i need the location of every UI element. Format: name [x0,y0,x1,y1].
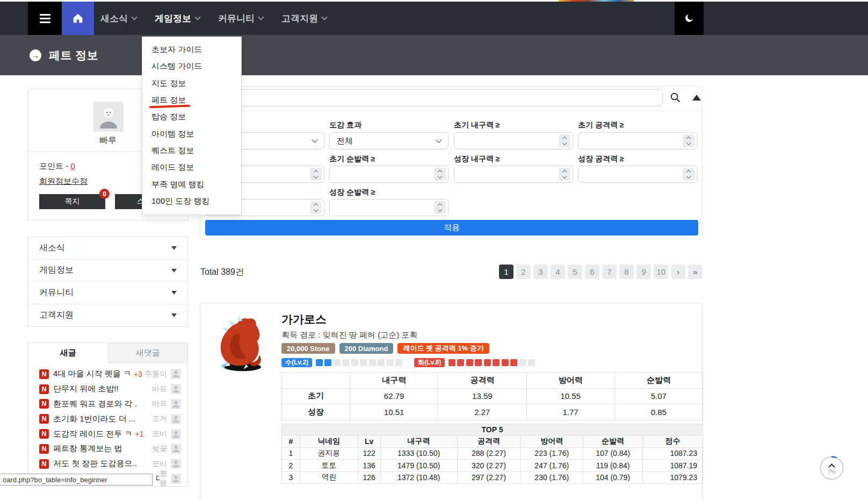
arrow-circle-icon: → [30,49,41,61]
filter-label-init-agi: 초기 순발력 ≥ [329,154,449,164]
post-list-item[interactable]: N도감작 레이드 전투 ㅋ+1포비 [28,426,187,441]
nav-item-2[interactable]: 커뮤니티 [218,12,263,25]
accordion-item-2[interactable]: 커뮤니티 [28,282,187,304]
page-button-3[interactable]: 3 [533,265,548,279]
page-button-8[interactable]: 8 [619,265,634,279]
dropdown-item-8[interactable]: 부족 명예 랭킹 [142,176,241,192]
profile-avatar [93,102,124,132]
post-list-item[interactable]: N초기화 1번이라도 더 ...조커 [28,411,187,426]
post-list-item[interactable]: N단무지 위에 초밥!!바프 [28,382,187,397]
dropdown-item-0[interactable]: 초보자 가이드 [142,41,241,58]
dropdown-item-label: 탑승 정보 [151,112,186,122]
page-button-6[interactable]: 6 [585,265,599,279]
stats-header-cell [282,373,350,389]
page-button-10[interactable]: 10 [654,265,668,279]
grow-hp-input[interactable] [454,166,573,183]
collapse-filters-icon[interactable] [692,95,701,101]
edit-member-info-link[interactable]: 회원정보수정 [39,176,88,187]
post-title: 페트창 통계보는 법 [53,444,122,454]
chevron-down-icon [258,14,264,20]
dropdown-item-7[interactable]: 레이드 정보 [142,159,241,176]
element-level-square [502,359,509,366]
number-spinner[interactable] [434,201,446,214]
top5-cell: 1372 (10.48) [380,472,457,484]
stats-header-cell: 내구력 [350,373,438,389]
top5-header-cell: 순발력 [583,435,643,448]
post-list-item[interactable]: N4대 마을 시작 펫을 ㅋ+3주둥이 [28,367,187,382]
search-input[interactable] [205,89,663,106]
chevron-down-icon [131,14,137,20]
author-avatar-icon [171,399,181,409]
page-button-1[interactable]: 1 [499,265,513,279]
number-spinner[interactable] [310,201,322,214]
tab-new-posts[interactable]: 새글 [28,343,108,363]
points-value-link[interactable]: 0 [70,161,75,170]
dark-mode-toggle[interactable] [675,2,704,35]
top5-cell: 107 (0.84) [583,447,643,460]
nav-item-1[interactable]: 게임정보 [155,12,200,25]
accordion-item-1[interactable]: 게임정보 [28,260,187,282]
top5-cell: 토토 [300,460,358,472]
dogam-effect-select[interactable]: 전체 [329,132,449,149]
chevron-down-icon [194,14,200,20]
top5-header-row: #닉네임Lv내구력공격력방어력순발력점수 [282,435,703,448]
accordion-item-label: 고객지원 [39,310,74,321]
filter-label-grow-atk: 성장 공격력 ≥ [578,154,697,164]
init-atk-input[interactable] [578,132,697,149]
post-list-item[interactable]: N페트창 통계보는 법벚꽃 [28,441,187,456]
dropdown-item-9[interactable]: 100인 도장 랭킹 [142,193,241,210]
number-spinner[interactable] [310,168,322,181]
home-button[interactable] [62,2,94,35]
avatar-placeholder-icon [93,102,124,132]
page-button-2[interactable]: 2 [516,265,531,279]
grow-atk-input[interactable] [578,166,697,183]
dropdown-item-2[interactable]: 지도 정보 [142,75,241,92]
init-hp-input[interactable] [454,132,573,149]
tab-new-comments[interactable]: 새댓글 [108,343,188,363]
pet-cost-badge-1: 200 Diamond [339,343,394,354]
grow-agi-input[interactable] [329,199,449,216]
scroll-to-top-button[interactable]: 7% [820,456,844,480]
search-icon[interactable] [670,92,681,105]
accordion-item-3[interactable]: 고객지원 [28,304,187,327]
stats-cell: 1.77 [526,404,614,420]
comment-count: +1 [135,430,144,438]
init-agi-input[interactable] [329,166,449,183]
pet-stats-table: 내구력공격력방어력순발력초기62.7913.5910.555.07성장10.51… [281,372,703,420]
page-button-9[interactable]: 9 [636,265,651,279]
dropdown-item-5[interactable]: 아이템 정보 [142,125,241,142]
number-spinner[interactable] [559,134,570,147]
number-spinner[interactable] [683,134,695,147]
nav-item-0[interactable]: 새소식 [100,12,136,25]
number-spinner[interactable] [559,168,570,181]
top5-header-cell: 방어력 [520,435,583,448]
element-level-label: 화(Lv.8) [414,358,445,367]
pet-acquisition: 획득 경로 : 잊혀진 땅 폐허 (고순) 포획 [281,330,417,340]
page-button-4[interactable]: 4 [551,265,565,279]
recent-posts-card: 새글 새댓글 N4대 마을 시작 펫을 ㅋ+3주둥이N단무지 위에 초밥!!바프… [28,342,188,487]
post-list-item[interactable]: N환포퀘 워프 경로와 각 ...바프 [28,397,187,412]
post-author: 포비 [152,429,167,439]
accordion-item-label: 커뮤니티 [39,287,74,298]
spin-down-icon [314,174,318,178]
nav-item-3[interactable]: 고객지원 [281,12,327,25]
accordion-item-0[interactable]: 새소식 [28,237,187,260]
post-author: 바프 [152,384,167,394]
top5-cell: 119 (0.84) [583,460,643,472]
apply-button[interactable]: 적용 [205,220,698,235]
post-title: 4대 마을 시작 펫을 ㅋ [53,369,131,379]
page-button-7[interactable]: 7 [602,265,617,279]
dropdown-item-4[interactable]: 탑승 정보 [142,109,241,125]
dropdown-item-1[interactable]: 시스템 가이드 [142,58,241,75]
number-spinner[interactable] [434,168,446,181]
number-spinner[interactable] [683,168,695,181]
pagination-next-button[interactable]: › [671,265,685,279]
dropdown-item-6[interactable]: 퀘스트 정보 [142,142,241,159]
dropdown-item-3[interactable]: 페트 정보 [142,92,241,109]
pagination-next-button[interactable]: » [688,265,703,279]
page-button-5[interactable]: 5 [568,265,582,279]
hamburger-menu-button[interactable] [28,2,62,35]
new-post-badge: N [39,444,49,454]
note-count-badge: 0 [99,189,110,199]
note-button[interactable]: 쪽지 0 [39,194,105,209]
